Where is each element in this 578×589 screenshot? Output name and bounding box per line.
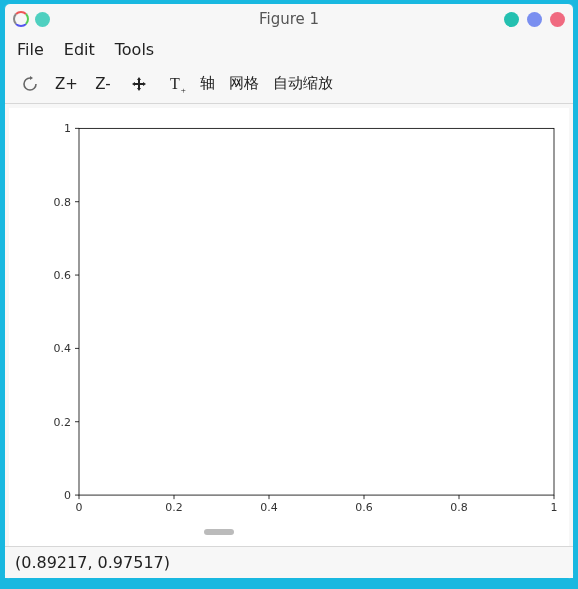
svg-text:0.4: 0.4	[54, 342, 71, 355]
svg-text:0.4: 0.4	[260, 501, 277, 514]
svg-text:1: 1	[551, 501, 558, 514]
svg-text:0.2: 0.2	[165, 501, 182, 514]
zoom-out-button[interactable]: Z-	[92, 71, 114, 97]
titlebar-decoration-dot	[35, 12, 50, 27]
toolbar: Z+ Z- T+ 轴 网格 自动缩放	[5, 64, 573, 104]
svg-text:0.2: 0.2	[54, 416, 71, 429]
insert-text-button[interactable]: T+	[164, 71, 186, 97]
menu-file[interactable]: File	[17, 40, 44, 59]
scroll-indicator[interactable]	[204, 529, 234, 535]
zoom-in-button[interactable]: Z+	[55, 71, 78, 97]
svg-text:0: 0	[76, 501, 83, 514]
text-icon: T+	[170, 75, 180, 93]
app-icon	[13, 11, 29, 27]
svg-text:1: 1	[64, 122, 71, 135]
window-title: Figure 1	[5, 10, 573, 28]
menu-tools[interactable]: Tools	[115, 40, 154, 59]
titlebar[interactable]: Figure 1	[5, 4, 573, 34]
plot-canvas[interactable]: 00.20.40.60.8100.20.40.60.81	[9, 108, 569, 546]
move-icon	[131, 76, 147, 92]
menu-edit[interactable]: Edit	[64, 40, 95, 59]
statusbar: (0.89217, 0.97517)	[5, 546, 573, 578]
svg-text:0.8: 0.8	[54, 196, 71, 209]
axes-button[interactable]: 轴	[200, 71, 215, 97]
svg-text:0.8: 0.8	[450, 501, 467, 514]
autoscale-button[interactable]: 自动缩放	[273, 71, 333, 97]
minimize-button[interactable]	[504, 12, 519, 27]
menubar: File Edit Tools	[5, 34, 573, 64]
axes: 00.20.40.60.8100.20.40.60.81	[9, 108, 569, 546]
svg-text:0.6: 0.6	[355, 501, 372, 514]
svg-text:0: 0	[64, 489, 71, 502]
close-button[interactable]	[550, 12, 565, 27]
grid-button[interactable]: 网格	[229, 71, 259, 97]
svg-text:0.6: 0.6	[54, 269, 71, 282]
refresh-icon	[22, 76, 38, 92]
maximize-button[interactable]	[527, 12, 542, 27]
refresh-button[interactable]	[19, 71, 41, 97]
figure-window: Figure 1 File Edit Tools Z+ Z- T+ 轴 网格 自…	[4, 3, 574, 579]
svg-rect-0	[79, 128, 554, 495]
pan-button[interactable]	[128, 71, 150, 97]
cursor-coordinates: (0.89217, 0.97517)	[15, 553, 170, 572]
